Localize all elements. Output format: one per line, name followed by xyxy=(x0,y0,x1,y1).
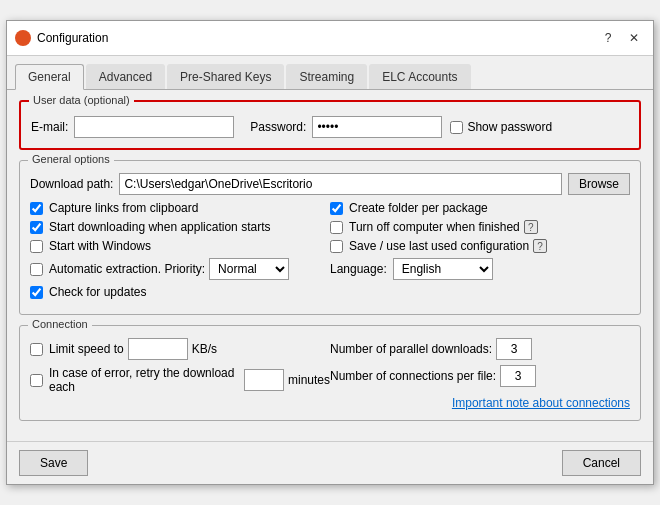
email-label: E-mail: xyxy=(31,120,68,134)
window-controls: ? ✕ xyxy=(597,27,645,49)
retry-input[interactable] xyxy=(244,369,284,391)
tab-pre-shared-keys[interactable]: Pre-Shared Keys xyxy=(167,64,284,89)
important-note-row: Important note about connections xyxy=(330,396,630,410)
browse-button[interactable]: Browse xyxy=(568,173,630,195)
tab-advanced[interactable]: Advanced xyxy=(86,64,165,89)
save-config-row: Save / use last used configuration ? xyxy=(330,239,630,253)
create-folder-checkbox[interactable] xyxy=(330,202,343,215)
language-row: Language: English Spanish French German xyxy=(330,258,630,280)
create-folder-row: Create folder per package xyxy=(330,201,630,215)
general-options-section: General options Download path: Browse Ca… xyxy=(19,160,641,315)
retry-label: In case of error, retry the download eac… xyxy=(49,366,240,394)
check-updates-label: Check for updates xyxy=(49,285,146,299)
start-downloading-label: Start downloading when application start… xyxy=(49,220,270,234)
language-label: Language: xyxy=(330,262,387,276)
connection-columns: Limit speed to KB/s In case of error, re… xyxy=(30,334,630,410)
tab-bar: General Advanced Pre-Shared Keys Streami… xyxy=(7,56,653,90)
app-icon xyxy=(15,30,31,46)
connection-col-left: Limit speed to KB/s In case of error, re… xyxy=(30,338,330,410)
save-config-checkbox[interactable] xyxy=(330,240,343,253)
start-windows-checkbox[interactable] xyxy=(30,240,43,253)
tab-elc-accounts[interactable]: ELC Accounts xyxy=(369,64,470,89)
options-columns: Capture links from clipboard Start downl… xyxy=(30,201,630,304)
footer: Save Cancel xyxy=(7,441,653,484)
important-note-link[interactable]: Important note about connections xyxy=(452,396,630,410)
connection-section: Connection Limit speed to KB/s In case o… xyxy=(19,325,641,421)
cancel-button[interactable]: Cancel xyxy=(562,450,641,476)
capture-links-label: Capture links from clipboard xyxy=(49,201,198,215)
help-button[interactable]: ? xyxy=(597,27,619,49)
connections-per-file-input[interactable] xyxy=(500,365,536,387)
turn-off-row: Turn off computer when finished ? xyxy=(330,220,630,234)
limit-speed-row: Limit speed to KB/s xyxy=(30,338,330,360)
user-data-title: User data (optional) xyxy=(29,94,134,106)
password-input[interactable] xyxy=(312,116,442,138)
limit-speed-input[interactable] xyxy=(128,338,188,360)
password-label: Password: xyxy=(250,120,306,134)
email-input[interactable] xyxy=(74,116,234,138)
language-select[interactable]: English Spanish French German xyxy=(393,258,493,280)
save-config-label: Save / use last used configuration xyxy=(349,239,529,253)
general-options-title: General options xyxy=(28,153,114,165)
connection-col-right: Number of parallel downloads: Number of … xyxy=(330,338,630,410)
turn-off-label: Turn off computer when finished xyxy=(349,220,520,234)
show-password-checkbox[interactable] xyxy=(450,121,463,134)
tab-streaming[interactable]: Streaming xyxy=(286,64,367,89)
start-windows-row: Start with Windows xyxy=(30,239,330,253)
download-path-label: Download path: xyxy=(30,177,113,191)
start-downloading-row: Start downloading when application start… xyxy=(30,220,330,234)
auto-extraction-checkbox[interactable] xyxy=(30,263,43,276)
capture-links-row: Capture links from clipboard xyxy=(30,201,330,215)
configuration-window: Configuration ? ✕ General Advanced Pre-S… xyxy=(6,20,654,485)
minutes-label: minutes xyxy=(288,373,330,387)
parallel-downloads-label: Number of parallel downloads: xyxy=(330,342,492,356)
turn-off-checkbox[interactable] xyxy=(330,221,343,234)
show-password-row: Show password xyxy=(450,120,552,134)
tab-general[interactable]: General xyxy=(15,64,84,90)
priority-select[interactable]: Normal Low High xyxy=(209,258,289,280)
title-bar: Configuration ? ✕ xyxy=(7,21,653,56)
connections-per-file-row: Number of connections per file: xyxy=(330,365,630,387)
retry-checkbox[interactable] xyxy=(30,374,43,387)
tab-content: User data (optional) E-mail: Password: S… xyxy=(7,90,653,441)
auto-extraction-row: Automatic extraction. Priority: Normal L… xyxy=(30,258,330,280)
check-updates-row: Check for updates xyxy=(30,285,330,299)
close-button[interactable]: ✕ xyxy=(623,27,645,49)
download-path-input[interactable] xyxy=(119,173,562,195)
options-col-left: Capture links from clipboard Start downl… xyxy=(30,201,330,304)
start-windows-label: Start with Windows xyxy=(49,239,151,253)
window-title: Configuration xyxy=(37,31,597,45)
user-data-section: User data (optional) E-mail: Password: S… xyxy=(19,100,641,150)
connection-title: Connection xyxy=(28,318,92,330)
capture-links-checkbox[interactable] xyxy=(30,202,43,215)
auto-extraction-label: Automatic extraction. Priority: xyxy=(49,262,205,276)
limit-speed-checkbox[interactable] xyxy=(30,343,43,356)
save-config-help-icon[interactable]: ? xyxy=(533,239,547,253)
start-downloading-checkbox[interactable] xyxy=(30,221,43,234)
check-updates-checkbox[interactable] xyxy=(30,286,43,299)
user-data-row: E-mail: Password: Show password xyxy=(31,110,629,138)
create-folder-label: Create folder per package xyxy=(349,201,488,215)
show-password-label: Show password xyxy=(467,120,552,134)
connections-per-file-label: Number of connections per file: xyxy=(330,369,496,383)
download-path-row: Download path: Browse xyxy=(30,169,630,195)
retry-row: In case of error, retry the download eac… xyxy=(30,366,330,394)
save-button[interactable]: Save xyxy=(19,450,88,476)
options-col-right: Create folder per package Turn off compu… xyxy=(330,201,630,304)
parallel-downloads-row: Number of parallel downloads: xyxy=(330,338,630,360)
limit-speed-label: Limit speed to xyxy=(49,342,124,356)
turn-off-help-icon[interactable]: ? xyxy=(524,220,538,234)
kbs-label: KB/s xyxy=(192,342,217,356)
parallel-downloads-input[interactable] xyxy=(496,338,532,360)
